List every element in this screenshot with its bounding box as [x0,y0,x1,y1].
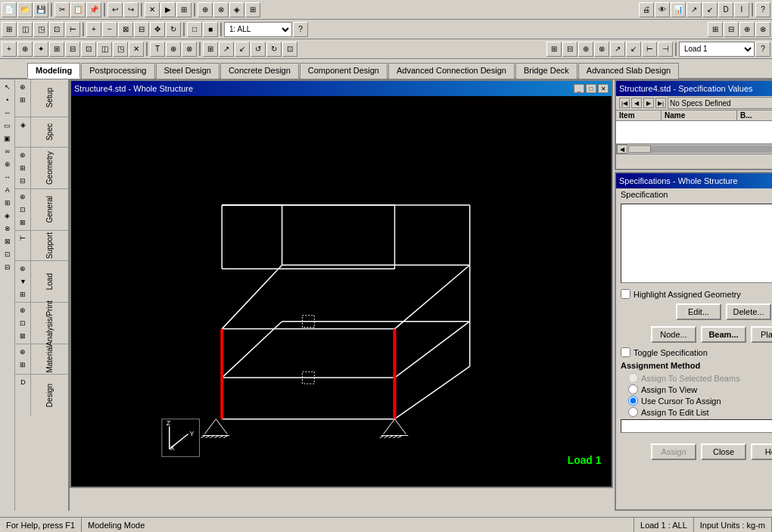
sup-btn1[interactable]: ⊢ [17,232,29,244]
scroll-track[interactable] [628,145,772,153]
beam-btn[interactable]: Beam... [701,326,746,343]
r1[interactable]: ⊞ [708,22,723,37]
print-btn[interactable]: 🖨 [639,2,654,17]
node-btn[interactable]: Node... [651,326,696,343]
view5-btn[interactable]: ⊢ [65,22,80,37]
redo-btn[interactable]: ↪ [123,2,139,17]
pan-btn[interactable]: ✥ [150,22,165,37]
load-btn1[interactable]: ⊕ [17,263,29,275]
t17[interactable]: ↻ [266,42,282,57]
close-btn-main[interactable]: Close [701,443,746,460]
assign-btn[interactable]: Assign [651,443,696,460]
scroll-left-btn[interactable]: ◀ [617,145,627,154]
tool4[interactable]: ⊞ [245,2,260,17]
import-btn[interactable]: ↙ [702,2,718,17]
save-btn[interactable]: 💾 [33,2,48,17]
t1[interactable]: + [2,42,17,57]
anal-btn3[interactable]: ⊠ [17,330,29,342]
view2-btn[interactable]: ◫ [17,22,33,37]
zoom-all-btn[interactable]: ⊠ [118,22,133,37]
undo-btn[interactable]: ↩ [107,2,123,17]
t2[interactable]: ⊕ [17,42,33,57]
u7[interactable]: ⊢ [642,42,657,57]
query-btn[interactable]: ? [293,22,308,37]
t16[interactable]: ↺ [251,42,266,57]
report-btn[interactable]: 📊 [671,2,686,17]
snap-tool[interactable]: ⊕ [2,158,14,170]
minimize-btn[interactable]: _ [574,84,584,93]
solid-tool[interactable]: ▣ [2,132,14,145]
u5[interactable]: ↗ [610,42,625,57]
tool3[interactable]: ◈ [229,2,244,17]
wire-btn[interactable]: □ [187,22,202,37]
maximize-btn[interactable]: □ [586,84,596,93]
help-btn-main[interactable]: Help [751,443,772,460]
text-tool[interactable]: A [2,184,14,196]
t8[interactable]: ◳ [113,42,128,57]
fix-tool[interactable]: ⊟ [2,261,14,273]
grid-tool[interactable]: ⊞ [2,197,14,209]
view1-btn[interactable]: ⊞ [2,22,17,37]
t12[interactable]: ⊗ [182,42,197,57]
tab-advanced-slab[interactable]: Advanced Slab Design [578,63,679,79]
tool1[interactable]: ⊕ [198,2,213,17]
scroll-thumb[interactable] [628,145,651,153]
t10[interactable]: T [150,42,165,57]
zoom-combo[interactable]: 1: ALL [224,22,292,37]
dxf-btn[interactable]: D [718,2,733,17]
t18[interactable]: ⊡ [282,42,297,57]
beam-tool[interactable]: ─ [2,107,14,119]
dim-tool[interactable]: ↔ [2,171,14,183]
mat-btn2[interactable]: ⊞ [17,359,29,371]
anal-btn2[interactable]: ⊡ [17,317,29,329]
r3[interactable]: ⊕ [739,22,755,37]
node-tool[interactable]: • [2,94,14,106]
t13[interactable]: ⊞ [203,42,218,57]
specs-title-input[interactable] [668,97,772,109]
inf-tool[interactable]: ∞ [2,145,14,157]
tool2[interactable]: ⊗ [213,2,229,17]
plate-tool[interactable]: ▭ [2,120,14,132]
edit-list-input[interactable] [621,419,772,433]
radio-edit-list[interactable] [628,407,638,417]
geom-btn3[interactable]: ⊟ [17,175,29,187]
load-btn3[interactable]: ⊞ [17,288,29,300]
canvas-area[interactable]: Load 1 Y Z X [71,96,612,487]
t15[interactable]: ↙ [235,42,250,57]
radio-cursor[interactable] [628,396,638,406]
anal-btn1[interactable]: ⊕ [17,304,29,316]
u4[interactable]: ⊗ [594,42,609,57]
run-btn[interactable]: ▶ [160,2,176,17]
tab-advanced-connection[interactable]: Advanced Connection Design [388,63,515,79]
tab-component-design[interactable]: Component Design [300,63,388,79]
preview-btn[interactable]: 👁 [655,2,670,17]
open-btn[interactable]: 📂 [17,2,33,17]
tab-bridge-deck[interactable]: Bridge Deck [515,63,577,79]
delete-btn[interactable]: Delete... [726,303,771,320]
highlight-checkbox[interactable] [621,289,630,299]
edit-btn[interactable]: Edit... [676,303,721,320]
conc-tool[interactable]: ⊠ [2,235,14,247]
ref-tool[interactable]: ◈ [2,210,14,222]
radio-assign-view[interactable] [628,384,638,394]
t14[interactable]: ↗ [219,42,234,57]
nav-first-btn[interactable]: |◀ [619,98,630,108]
tab-postprocessing[interactable]: Postprocessing [81,63,154,79]
t7[interactable]: ◫ [97,42,112,57]
close-btn[interactable]: ✕ [598,84,609,93]
u8[interactable]: ⊣ [658,42,673,57]
zoom-fit-btn[interactable]: ⊟ [134,22,149,37]
specification-textarea[interactable] [621,204,772,283]
h-scrollbar[interactable]: ◀ ▶ [616,144,772,154]
nav-next-btn[interactable]: ▶ [643,98,654,108]
spring-tool[interactable]: ⊡ [2,248,14,260]
export-btn[interactable]: ↗ [686,2,702,17]
gen-btn2[interactable]: ⊡ [17,204,29,216]
t3[interactable]: ✦ [33,42,48,57]
setup-btn1[interactable]: ⊕ [17,81,29,93]
nav-last-btn[interactable]: ▶| [655,98,666,108]
u1[interactable]: ⊞ [546,42,562,57]
r2[interactable]: ⊟ [724,22,739,37]
ifc-btn[interactable]: I [734,2,749,17]
t9[interactable]: ✕ [129,42,144,57]
